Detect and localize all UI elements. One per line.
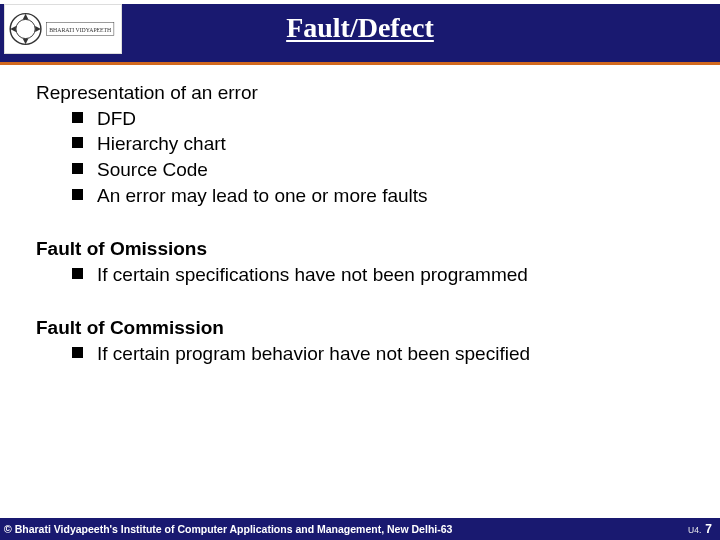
footer-page-info: U4. 7 xyxy=(688,522,712,536)
slide-content: Representation of an error DFD Hierarchy… xyxy=(36,80,690,395)
list-item: If certain specifications have not been … xyxy=(72,262,690,288)
square-bullet-icon xyxy=(72,137,83,148)
slide-header: BHARATI VIDYAPEETH Fault/Defect xyxy=(0,0,720,62)
bullet-text: An error may lead to one or more faults xyxy=(97,183,428,209)
bullet-list: If certain specifications have not been … xyxy=(36,262,690,288)
bullet-text: DFD xyxy=(97,106,136,132)
slide-footer: © Bharati Vidyapeeth's Institute of Comp… xyxy=(0,518,720,540)
bullet-text: If certain specifications have not been … xyxy=(97,262,528,288)
list-item: An error may lead to one or more faults xyxy=(72,183,690,209)
bullet-text: If certain program behavior have not bee… xyxy=(97,341,530,367)
section-head: Fault of Commission xyxy=(36,315,690,341)
footer-unit: U4. xyxy=(688,525,701,535)
list-item: Source Code xyxy=(72,157,690,183)
list-item: Hierarchy chart xyxy=(72,131,690,157)
bullet-list: If certain program behavior have not bee… xyxy=(36,341,690,367)
slide-title: Fault/Defect xyxy=(0,12,720,44)
section-omissions: Fault of Omissions If certain specificat… xyxy=(36,236,690,287)
bullet-list: DFD Hierarchy chart Source Code An error… xyxy=(36,106,690,209)
square-bullet-icon xyxy=(72,112,83,123)
list-item: DFD xyxy=(72,106,690,132)
section-commission: Fault of Commission If certain program b… xyxy=(36,315,690,366)
bullet-text: Hierarchy chart xyxy=(97,131,226,157)
footer-copyright: © Bharati Vidyapeeth's Institute of Comp… xyxy=(4,523,452,535)
square-bullet-icon xyxy=(72,347,83,358)
square-bullet-icon xyxy=(72,163,83,174)
bullet-text: Source Code xyxy=(97,157,208,183)
list-item: If certain program behavior have not bee… xyxy=(72,341,690,367)
divider-line xyxy=(0,62,720,65)
section-representation: Representation of an error DFD Hierarchy… xyxy=(36,80,690,208)
section-head: Representation of an error xyxy=(36,80,690,106)
square-bullet-icon xyxy=(72,189,83,200)
section-head: Fault of Omissions xyxy=(36,236,690,262)
footer-page-number: 7 xyxy=(705,522,712,536)
square-bullet-icon xyxy=(72,268,83,279)
